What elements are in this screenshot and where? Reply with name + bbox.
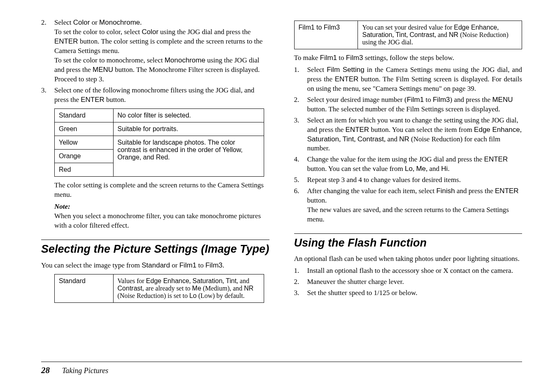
text: You can select the image type from [41, 261, 142, 269]
text: or [90, 18, 99, 26]
code-enter: ENTER [346, 126, 369, 134]
cell-desc: Suitable for landscape photos. The color… [113, 136, 264, 177]
step-number: 5. [294, 175, 302, 185]
text: using the JOG dial and press the [158, 28, 251, 36]
text: To set the color to monochrome, select [54, 56, 165, 64]
code-film1: Film1 [407, 96, 424, 104]
after-table-text: The color setting is complete and the sc… [54, 181, 269, 200]
cell-desc: No color filter is selected. [113, 109, 264, 122]
code-lo: Lo [189, 292, 197, 299]
text: , are already set to [142, 285, 192, 292]
step-number: 2. [294, 95, 302, 114]
text: The new values are saved, and the screen… [307, 206, 509, 223]
code-menu: MENU [93, 66, 113, 74]
text: . [448, 165, 449, 173]
text: to [337, 54, 346, 62]
code-enter: ENTER [81, 96, 104, 104]
cell-red: Red [55, 163, 114, 177]
text: To make [294, 54, 320, 62]
step-body: Change the value for the item using the … [307, 155, 522, 174]
text: button. You can select the item from [369, 126, 474, 134]
code-enter: ENTER [335, 75, 359, 83]
film-step-5: 5. Repeat step 3 and 4 to change values … [294, 175, 522, 185]
code-saturation: Saturation [193, 277, 223, 284]
cell-green: Green [55, 122, 114, 136]
table-row: Film1 to Film3 You can set your desired … [294, 21, 522, 49]
step-number: 3. [294, 288, 302, 298]
table-row: Standard No color filter is selected. [55, 109, 264, 122]
code-film1: Film1 [320, 54, 337, 62]
code-hi: Hi [441, 165, 448, 173]
cell-standard: Standard [55, 274, 114, 303]
page-number: 28 [41, 365, 50, 376]
table-row: Standard Values for Edge Enhance, Satura… [55, 274, 264, 303]
text: button. The selected number of the Film … [307, 105, 500, 113]
code-enter: ENTER [495, 187, 519, 195]
step-number: 2. [294, 277, 302, 287]
film-step-3: 3. Select an item for which you want to … [294, 116, 522, 154]
text: button. The color setting is complete an… [54, 37, 262, 55]
text: Select [307, 66, 327, 74]
divider [41, 240, 269, 240]
code-nr: NR [399, 135, 409, 143]
code-menu: MENU [492, 96, 513, 104]
text: and press the [455, 187, 495, 195]
text: to [424, 96, 433, 104]
cell-orange: Orange [55, 150, 114, 163]
text: After changing the value for each item, … [307, 187, 437, 195]
note: Note: When you select a monochrome filte… [54, 202, 269, 231]
text: (Medium), and [201, 285, 244, 292]
text: , [339, 135, 343, 143]
film-step-6: 6. After changing the value for each ite… [294, 187, 522, 224]
text: (Noise Reduction) is set to [118, 292, 190, 299]
flash-step-2: 2. Maneuver the shutter charge lever. [294, 277, 522, 287]
code-contrast: Contrast [409, 31, 434, 38]
cell-standard: Standard [55, 109, 114, 122]
step-number: 6. [294, 187, 302, 224]
cell-yellow: Yellow [55, 136, 114, 150]
page-columns: 2. Select Color or Monochrome. To set th… [0, 0, 555, 362]
code-nr: NR [244, 285, 253, 292]
step-number: 2. [41, 18, 49, 84]
section-title-flash: Using the Flash Function [294, 236, 522, 249]
text: , [520, 126, 522, 134]
step-number: 1. [294, 266, 302, 276]
cell-desc: Values for Edge Enhance, Saturation, Tin… [113, 274, 264, 303]
code-monochrome: Monochrome [165, 56, 205, 64]
text: or [170, 261, 179, 269]
code-film-setting: Film Setting [327, 66, 365, 74]
film-step-2: 2. Select your desired image number (Fil… [294, 95, 522, 114]
right-column: Film1 to Film3 You can set your desired … [294, 16, 522, 353]
step-body: Set the shutter speed to 1/125 or below. [307, 288, 522, 298]
code-film1: Film1 [179, 261, 197, 269]
code-me: Me [192, 285, 201, 292]
code-enter: ENTER [54, 37, 78, 45]
step-body: Select Film Setting in the Camera Settin… [307, 65, 522, 94]
code-edge-enhance: Edge Enhance [474, 126, 520, 134]
film-step-1: 1. Select Film Setting in the Camera Set… [294, 65, 522, 94]
step-body: Select your desired image number (Film1 … [307, 95, 522, 114]
film-intro: To make Film1 to Film3 settings, follow … [294, 53, 522, 63]
code-film3: Film3 [205, 261, 223, 269]
code-color: Color [73, 18, 90, 26]
code-saturation: Saturation [307, 135, 339, 143]
step-number: 1. [294, 65, 302, 94]
text: Select [54, 18, 73, 26]
text: settings, follow the steps below. [363, 54, 454, 62]
left-column: 2. Select Color or Monochrome. To set th… [41, 16, 269, 353]
code-contrast: Contrast [358, 135, 384, 143]
text: , [497, 24, 499, 31]
text: Select your desired image number ( [307, 96, 407, 104]
monochrome-filter-table: Standard No color filter is selected. Gr… [54, 108, 264, 177]
cell-desc: You can set your desired value for Edge … [358, 21, 522, 49]
footer-title: Taking Pictures [62, 367, 108, 375]
step-body: Repeat step 3 and 4 to change values for… [307, 175, 522, 185]
step-body: Maneuver the shutter charge lever. [307, 277, 522, 287]
step-3: 3. Select one of the following monochrom… [41, 86, 269, 105]
code-monochrome: Monochrome [99, 18, 140, 26]
section-title-image-type: Selecting the Picture Settings (Image Ty… [41, 242, 269, 256]
text: . [140, 18, 142, 26]
flash-step-1: 1. Install an optional flash to the acce… [294, 266, 522, 276]
section-intro: You can select the image type from Stand… [41, 261, 269, 270]
text: , [189, 277, 193, 284]
